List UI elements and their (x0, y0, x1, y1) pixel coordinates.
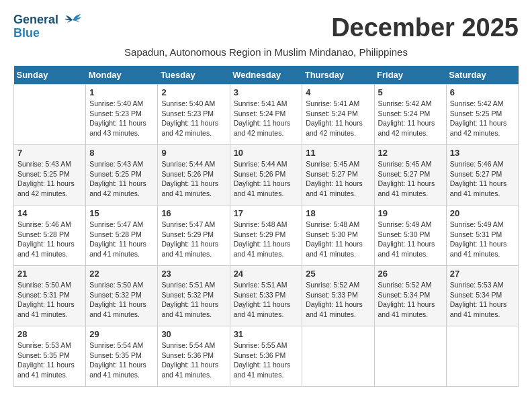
day-number: 4 (306, 87, 370, 97)
day-number: 16 (161, 208, 226, 218)
day-number: 23 (161, 269, 226, 279)
logo: General Blue (13, 13, 82, 40)
weekday-header-row: SundayMondayTuesdayWednesdayThursdayFrid… (14, 66, 519, 85)
day-number: 22 (89, 269, 154, 279)
day-info: Sunrise: 5:43 AM Sunset: 5:25 PM Dayligh… (89, 159, 154, 199)
calendar-cell (14, 85, 86, 145)
day-info: Sunrise: 5:52 AM Sunset: 5:33 PM Dayligh… (306, 280, 370, 320)
calendar-cell: 6Sunrise: 5:42 AM Sunset: 5:25 PM Daylig… (446, 85, 518, 145)
weekday-header-friday: Friday (374, 66, 446, 85)
page-container: General Blue December 2025 Sapadun, Auto… (13, 13, 519, 387)
day-number: 27 (450, 269, 515, 279)
day-number: 31 (234, 329, 299, 339)
weekday-header-wednesday: Wednesday (230, 66, 302, 85)
calendar-cell: 15Sunrise: 5:47 AM Sunset: 5:28 PM Dayli… (86, 205, 158, 266)
weekday-header-saturday: Saturday (446, 66, 518, 85)
day-info: Sunrise: 5:50 AM Sunset: 5:31 PM Dayligh… (17, 280, 82, 320)
day-info: Sunrise: 5:47 AM Sunset: 5:29 PM Dayligh… (161, 220, 226, 259)
calendar-week-row: 14Sunrise: 5:46 AM Sunset: 5:28 PM Dayli… (14, 205, 519, 266)
calendar-cell (374, 326, 446, 387)
day-info: Sunrise: 5:45 AM Sunset: 5:27 PM Dayligh… (378, 159, 443, 199)
day-number: 19 (378, 208, 443, 218)
calendar-cell: 4Sunrise: 5:41 AM Sunset: 5:24 PM Daylig… (302, 85, 374, 145)
calendar-week-row: 21Sunrise: 5:50 AM Sunset: 5:31 PM Dayli… (14, 266, 519, 326)
calendar-cell: 22Sunrise: 5:50 AM Sunset: 5:32 PM Dayli… (86, 266, 158, 326)
calendar-cell (302, 326, 374, 387)
calendar-cell: 25Sunrise: 5:52 AM Sunset: 5:33 PM Dayli… (302, 266, 374, 326)
calendar-cell: 8Sunrise: 5:43 AM Sunset: 5:25 PM Daylig… (86, 145, 158, 205)
calendar-table: SundayMondayTuesdayWednesdayThursdayFrid… (13, 66, 519, 387)
day-info: Sunrise: 5:52 AM Sunset: 5:34 PM Dayligh… (378, 280, 443, 320)
calendar-cell: 26Sunrise: 5:52 AM Sunset: 5:34 PM Dayli… (374, 266, 446, 326)
calendar-cell: 23Sunrise: 5:51 AM Sunset: 5:32 PM Dayli… (158, 266, 230, 326)
day-number: 3 (234, 87, 299, 97)
day-number: 11 (306, 148, 370, 158)
day-number: 9 (161, 148, 226, 158)
subtitle: Sapadun, Autonomous Region in Muslim Min… (13, 46, 519, 58)
calendar-cell: 28Sunrise: 5:53 AM Sunset: 5:35 PM Dayli… (14, 326, 86, 387)
calendar-cell: 18Sunrise: 5:48 AM Sunset: 5:30 PM Dayli… (302, 205, 374, 266)
day-info: Sunrise: 5:48 AM Sunset: 5:29 PM Dayligh… (234, 220, 299, 259)
day-number: 25 (306, 269, 370, 279)
calendar-cell: 24Sunrise: 5:51 AM Sunset: 5:33 PM Dayli… (230, 266, 302, 326)
day-info: Sunrise: 5:49 AM Sunset: 5:31 PM Dayligh… (450, 220, 515, 259)
day-number: 21 (17, 269, 82, 279)
day-number: 14 (17, 208, 82, 218)
month-title: December 2025 (331, 13, 519, 42)
day-info: Sunrise: 5:53 AM Sunset: 5:35 PM Dayligh… (17, 340, 82, 380)
calendar-cell: 9Sunrise: 5:44 AM Sunset: 5:26 PM Daylig… (158, 145, 230, 205)
weekday-header-thursday: Thursday (302, 66, 374, 85)
day-number: 29 (89, 329, 154, 339)
day-info: Sunrise: 5:55 AM Sunset: 5:36 PM Dayligh… (234, 340, 299, 380)
day-number: 5 (378, 87, 443, 97)
calendar-week-row: 28Sunrise: 5:53 AM Sunset: 5:35 PM Dayli… (14, 326, 519, 387)
day-info: Sunrise: 5:46 AM Sunset: 5:27 PM Dayligh… (450, 159, 515, 199)
day-info: Sunrise: 5:44 AM Sunset: 5:26 PM Dayligh… (161, 159, 226, 199)
day-info: Sunrise: 5:53 AM Sunset: 5:34 PM Dayligh… (450, 280, 515, 320)
day-number: 1 (89, 87, 154, 97)
day-info: Sunrise: 5:54 AM Sunset: 5:35 PM Dayligh… (89, 340, 154, 380)
calendar-week-row: 7Sunrise: 5:43 AM Sunset: 5:25 PM Daylig… (14, 145, 519, 205)
calendar-cell: 1Sunrise: 5:40 AM Sunset: 5:23 PM Daylig… (86, 85, 158, 145)
day-number: 8 (89, 148, 154, 158)
day-info: Sunrise: 5:54 AM Sunset: 5:36 PM Dayligh… (161, 340, 226, 380)
day-number: 20 (450, 208, 515, 218)
day-info: Sunrise: 5:43 AM Sunset: 5:25 PM Dayligh… (17, 159, 82, 199)
day-number: 13 (450, 148, 515, 158)
day-number: 12 (378, 148, 443, 158)
calendar-cell: 30Sunrise: 5:54 AM Sunset: 5:36 PM Dayli… (158, 326, 230, 387)
day-info: Sunrise: 5:50 AM Sunset: 5:32 PM Dayligh… (89, 280, 154, 320)
calendar-cell: 31Sunrise: 5:55 AM Sunset: 5:36 PM Dayli… (230, 326, 302, 387)
day-number: 2 (161, 87, 226, 97)
bird-icon (63, 13, 82, 27)
calendar-cell: 7Sunrise: 5:43 AM Sunset: 5:25 PM Daylig… (14, 145, 86, 205)
day-number: 10 (234, 148, 299, 158)
day-info: Sunrise: 5:51 AM Sunset: 5:32 PM Dayligh… (161, 280, 226, 320)
day-info: Sunrise: 5:44 AM Sunset: 5:26 PM Dayligh… (234, 159, 299, 199)
day-info: Sunrise: 5:51 AM Sunset: 5:33 PM Dayligh… (234, 280, 299, 320)
weekday-header-monday: Monday (86, 66, 158, 85)
day-info: Sunrise: 5:42 AM Sunset: 5:24 PM Dayligh… (378, 99, 443, 138)
day-info: Sunrise: 5:40 AM Sunset: 5:23 PM Dayligh… (89, 99, 154, 138)
calendar-cell: 5Sunrise: 5:42 AM Sunset: 5:24 PM Daylig… (374, 85, 446, 145)
day-number: 15 (89, 208, 154, 218)
day-info: Sunrise: 5:41 AM Sunset: 5:24 PM Dayligh… (306, 99, 370, 138)
calendar-cell: 2Sunrise: 5:40 AM Sunset: 5:23 PM Daylig… (158, 85, 230, 145)
calendar-cell: 29Sunrise: 5:54 AM Sunset: 5:35 PM Dayli… (86, 326, 158, 387)
day-number: 30 (161, 329, 226, 339)
calendar-cell: 17Sunrise: 5:48 AM Sunset: 5:29 PM Dayli… (230, 205, 302, 266)
day-info: Sunrise: 5:42 AM Sunset: 5:25 PM Dayligh… (450, 99, 515, 138)
day-info: Sunrise: 5:41 AM Sunset: 5:24 PM Dayligh… (234, 99, 299, 138)
calendar-cell: 16Sunrise: 5:47 AM Sunset: 5:29 PM Dayli… (158, 205, 230, 266)
calendar-cell: 27Sunrise: 5:53 AM Sunset: 5:34 PM Dayli… (446, 266, 518, 326)
day-info: Sunrise: 5:48 AM Sunset: 5:30 PM Dayligh… (306, 220, 370, 259)
weekday-header-sunday: Sunday (14, 66, 86, 85)
day-number: 6 (450, 87, 515, 97)
calendar-cell: 10Sunrise: 5:44 AM Sunset: 5:26 PM Dayli… (230, 145, 302, 205)
day-info: Sunrise: 5:49 AM Sunset: 5:30 PM Dayligh… (378, 220, 443, 259)
calendar-week-row: 1Sunrise: 5:40 AM Sunset: 5:23 PM Daylig… (14, 85, 519, 145)
day-number: 18 (306, 208, 370, 218)
day-number: 24 (234, 269, 299, 279)
calendar-cell: 14Sunrise: 5:46 AM Sunset: 5:28 PM Dayli… (14, 205, 86, 266)
calendar-cell (446, 326, 518, 387)
